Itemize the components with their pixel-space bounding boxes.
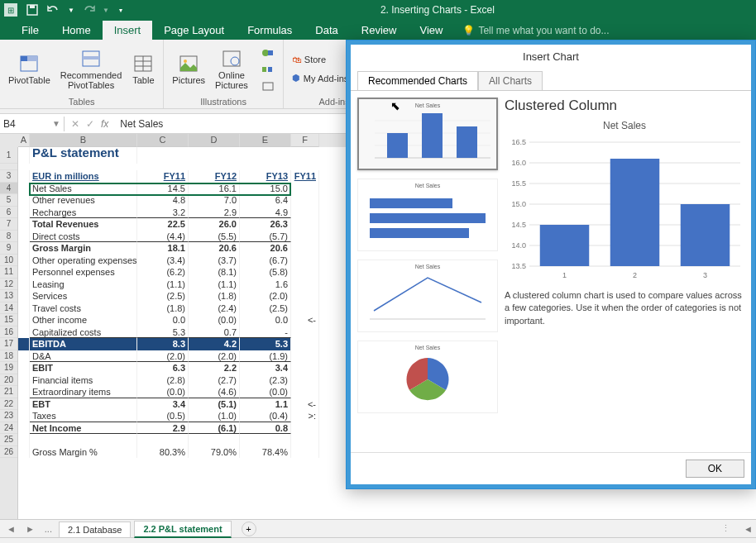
tab-home[interactable]: Home — [50, 21, 103, 40]
tab-page-layout[interactable]: Page Layout — [152, 21, 236, 40]
row-fy13: 3.4 — [240, 362, 291, 374]
cancel-formula-icon[interactable]: ✕ — [71, 118, 79, 130]
row-fy13: (5.8) — [240, 266, 291, 279]
row-label: Total Revenues — [30, 218, 137, 231]
recommended-pivottables-button[interactable]: Recommended PivotTables — [57, 47, 126, 92]
tab-file[interactable]: File — [10, 21, 50, 40]
svg-point-16 — [231, 57, 239, 65]
pivottable-button[interactable]: PivotTable — [5, 52, 54, 87]
row-fy11: 14.5 — [137, 183, 189, 195]
add-sheet-button[interactable]: + — [242, 522, 256, 536]
ok-button[interactable]: OK — [686, 460, 744, 478]
row-fy12: (1.8) — [189, 290, 240, 302]
tab-nav-more[interactable]: ... — [41, 524, 55, 534]
col-header-c[interactable]: C — [137, 134, 189, 147]
row-note — [291, 350, 319, 363]
hscroll-left-icon[interactable]: ◄ — [740, 524, 756, 534]
name-box[interactable]: B4 ▼ — [0, 117, 65, 131]
row-fy11: (1.8) — [137, 302, 189, 315]
scroll-separator: ⋮ — [721, 523, 730, 534]
undo-dropdown-icon[interactable]: ▼ — [68, 7, 74, 14]
tab-nav-next-icon[interactable]: ► — [22, 524, 38, 534]
row-fy11: 80.3% — [137, 446, 189, 459]
row-note — [291, 422, 319, 435]
redo-icon[interactable] — [81, 2, 96, 17]
row-label: EBITDA — [30, 338, 137, 350]
shapes-button[interactable] — [258, 45, 278, 60]
save-icon[interactable] — [25, 2, 40, 17]
row-fy13: 0.0 — [240, 314, 291, 326]
smartart-button[interactable] — [258, 62, 278, 77]
svg-text:13.5: 13.5 — [511, 262, 526, 270]
row-label: Taxes — [30, 410, 137, 422]
row-label: Direct costs — [30, 231, 137, 243]
sheet-title: P&L statement — [30, 147, 137, 164]
tab-review[interactable]: Review — [350, 21, 409, 40]
table-button[interactable]: Table — [128, 52, 158, 87]
row-label: Other operating expenses — [30, 255, 137, 267]
row-label: Travel costs — [30, 302, 137, 315]
svg-rect-8 — [83, 56, 99, 60]
pivottable-label: PivotTable — [8, 75, 50, 85]
pictures-button[interactable]: Pictures — [169, 52, 208, 87]
thumb-title-4: Net Sales — [361, 345, 494, 350]
row-fy13: 0.8 — [240, 422, 291, 435]
redo-dropdown-icon[interactable]: ▼ — [103, 7, 109, 14]
tab-view[interactable]: View — [408, 21, 454, 40]
row-fy12: (4.6) — [189, 386, 240, 398]
row-fy13: 20.6 — [240, 242, 291, 255]
tell-me-search[interactable]: 💡 Tell me what you want to do... — [454, 21, 617, 40]
thumb-line[interactable]: Net Sales — [357, 260, 498, 332]
row-note — [291, 231, 319, 243]
tab-recommended-charts[interactable]: Recommended Charts — [357, 71, 478, 90]
thumb-pie[interactable]: Net Sales — [357, 341, 498, 413]
col-header-e[interactable]: E — [240, 134, 291, 147]
thumb-pie-icon — [361, 350, 494, 408]
col-header-f[interactable]: F — [291, 134, 319, 147]
row-label: Recharges — [30, 207, 137, 219]
col-header-a[interactable]: A — [18, 134, 30, 147]
row-headers: 1345678910111213141516171819202122232425… — [0, 147, 18, 519]
name-box-dropdown-icon[interactable]: ▼ — [52, 119, 60, 128]
status-bar: Ready ▦ Average: 15 Count: 4 Sum: 46 — [0, 537, 756, 543]
row-fy13: 1.6 — [240, 279, 291, 291]
tell-me-text: Tell me what you want to do... — [478, 25, 609, 36]
screenshot-button[interactable] — [258, 79, 278, 93]
thumb-clustered-column[interactable]: Net Sales ⬉ — [357, 98, 498, 170]
tab-nav-prev-icon[interactable]: ◄ — [3, 524, 19, 534]
row-fy12: 79.0% — [189, 446, 240, 459]
row-fy13: (0.4) — [240, 410, 291, 422]
row-fy11: 3.2 — [137, 207, 189, 219]
svg-rect-55 — [681, 204, 730, 266]
svg-rect-20 — [268, 67, 272, 72]
thumb-clustered-bar[interactable]: Net Sales — [357, 179, 498, 251]
svg-rect-32 — [370, 198, 452, 208]
row-note — [291, 446, 319, 459]
row-fy13: (1.9) — [240, 350, 291, 363]
svg-rect-29 — [387, 133, 408, 158]
tab-insert[interactable]: Insert — [103, 21, 153, 40]
row-note — [291, 386, 319, 398]
tab-data[interactable]: Data — [304, 21, 349, 40]
row-note — [291, 207, 319, 219]
my-addins-label: My Add-ins — [304, 74, 348, 83]
row-fy11: (0.0) — [137, 386, 189, 398]
illustrations-group-label: Illustrations — [169, 97, 278, 107]
svg-rect-51 — [540, 225, 590, 266]
sheet-tab-database[interactable]: 2.1 Database — [59, 522, 131, 537]
col-header-d[interactable]: D — [189, 134, 240, 147]
header-fy11-f: FY11 — [291, 170, 319, 183]
row-note — [291, 326, 319, 339]
undo-icon[interactable] — [46, 2, 61, 17]
row-note — [291, 218, 319, 231]
enter-formula-icon[interactable]: ✓ — [86, 118, 94, 130]
row-label: D&A — [30, 350, 137, 363]
sheet-tab-pl-statement[interactable]: 2.2 P&L statement — [134, 521, 231, 538]
fx-icon[interactable]: fx — [101, 118, 108, 130]
online-pictures-button[interactable]: Online Pictures — [212, 47, 251, 92]
tab-all-charts[interactable]: All Charts — [478, 71, 543, 90]
row-note — [291, 242, 319, 255]
tab-formulas[interactable]: Formulas — [236, 21, 304, 40]
dialog-tabs: Recommended Charts All Charts — [351, 71, 751, 91]
svg-text:2: 2 — [633, 271, 637, 279]
